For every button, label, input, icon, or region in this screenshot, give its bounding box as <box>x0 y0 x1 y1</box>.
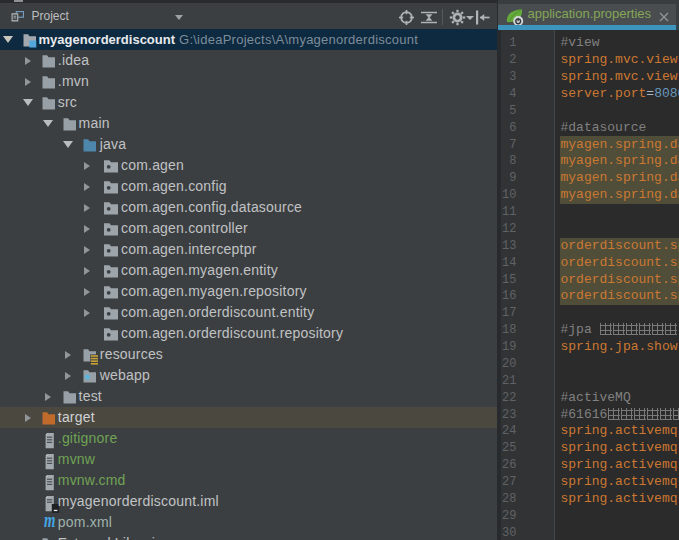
svg-text:m: m <box>44 515 56 531</box>
